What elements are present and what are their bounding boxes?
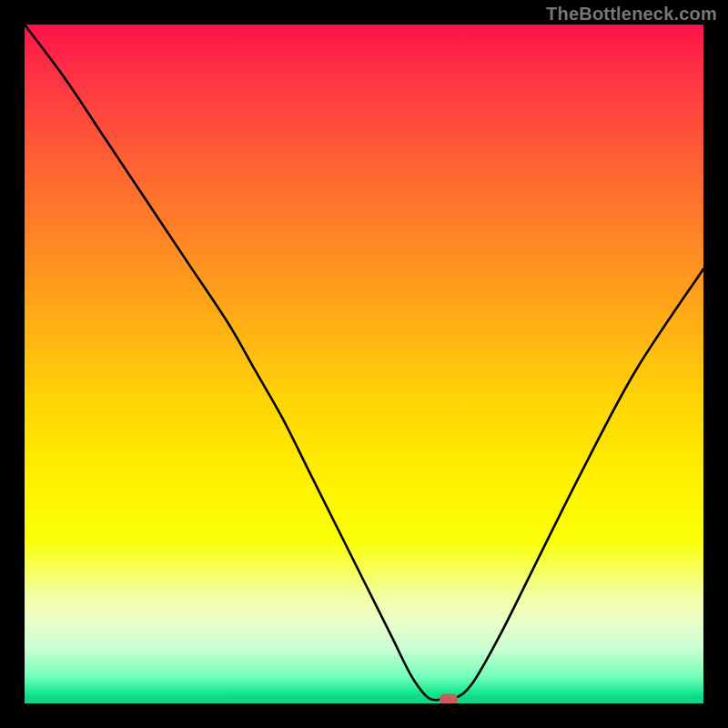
plot-area	[25, 25, 703, 703]
watermark-text: TheBottleneck.com	[546, 4, 717, 25]
bottleneck-curve	[25, 25, 703, 703]
optimum-marker	[440, 693, 458, 703]
chart-frame: TheBottleneck.com	[0, 0, 728, 728]
